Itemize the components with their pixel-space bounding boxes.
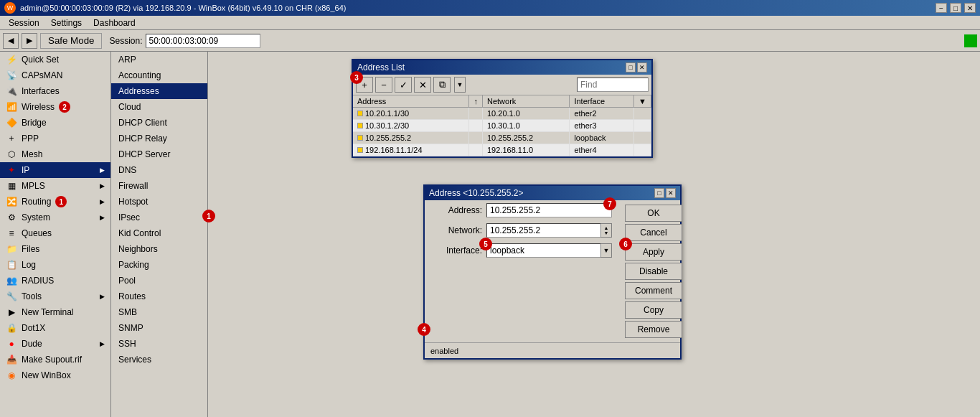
- sidebar-item-make-supout[interactable]: 📥 Make Supout.rif: [0, 352, 110, 367]
- sidebar-item-queues[interactable]: ≡ Queues: [0, 225, 110, 241]
- col-interface[interactable]: Interface: [570, 95, 634, 108]
- disable-button[interactable]: Disable: [625, 263, 682, 280]
- enable-address-button[interactable]: ✓: [395, 77, 412, 93]
- col-filter-indicator[interactable]: ▼: [634, 95, 651, 108]
- sidebar-item-log[interactable]: 📋 Log: [0, 257, 110, 273]
- copy-address-button[interactable]: ⧉: [433, 77, 451, 93]
- table-row[interactable]: 192.168.11.1/24192.168.11.0ether4: [353, 144, 651, 156]
- sidebar-item-capsman[interactable]: 📡 CAPsMAN: [0, 67, 110, 83]
- address-edit-minimize-button[interactable]: □: [654, 188, 664, 198]
- forward-button[interactable]: ▶: [22, 33, 37, 49]
- sidebar-item-ip[interactable]: ✦ IP ▶: [0, 162, 110, 178]
- disable-address-button[interactable]: ✕: [414, 77, 431, 93]
- table-row[interactable]: 10.20.1.1/3010.20.1.0ether2: [353, 108, 651, 120]
- sidebar-item-new-winbox[interactable]: ◉ New WinBox: [0, 367, 110, 383]
- table-row[interactable]: 10.255.255.210.255.255.2loopback: [353, 132, 651, 144]
- col-address[interactable]: Address: [353, 95, 469, 108]
- address-field-input[interactable]: [486, 203, 612, 217]
- sidebar-item-tools[interactable]: 🔧 Tools ▶: [0, 289, 110, 304]
- sidebar-item-system[interactable]: ⚙ System ▶: [0, 210, 110, 225]
- address-list-title-buttons[interactable]: □ ✕: [626, 62, 647, 72]
- back-button[interactable]: ◀: [3, 33, 19, 49]
- submenu-item-accounting[interactable]: Accounting: [111, 67, 207, 83]
- table-row[interactable]: 10.30.1.2/3010.30.1.0ether3: [353, 120, 651, 132]
- title-bar-buttons[interactable]: − □ ✕: [936, 3, 976, 13]
- sidebar-item-routing[interactable]: 🔀 Routing 1 ▶: [0, 194, 110, 210]
- submenu-item-services[interactable]: Services: [111, 352, 207, 367]
- submenu-item-dhcp-server[interactable]: DHCP Server: [111, 146, 207, 162]
- address-edit-title-buttons[interactable]: □ ✕: [654, 188, 676, 198]
- close-button[interactable]: ✕: [964, 3, 976, 13]
- sidebar-label-wireless: Wireless: [22, 102, 55, 112]
- connection-indicator: [964, 34, 977, 47]
- sidebar-item-dude[interactable]: ● Dude ▶: [0, 336, 110, 352]
- sidebar-label-make-supout: Make Supout.rif: [22, 355, 82, 365]
- interface-dropdown-button[interactable]: ▼: [600, 243, 612, 258]
- queues-icon: ≡: [6, 228, 17, 239]
- sidebar-item-radius[interactable]: 👥 RADIUS: [0, 273, 110, 289]
- files-icon: 📁: [6, 243, 17, 255]
- interface-dropdown-input[interactable]: [486, 243, 600, 258]
- submenu-item-arp[interactable]: ARP: [111, 52, 207, 67]
- remove-address-button[interactable]: −: [375, 77, 392, 93]
- submenu-item-dhcp-client[interactable]: DHCP Client: [111, 115, 207, 131]
- submenu-item-smb[interactable]: SMB: [111, 304, 207, 320]
- submenu-item-pool[interactable]: Pool: [111, 273, 207, 289]
- find-input[interactable]: [577, 78, 649, 92]
- menu-settings[interactable]: Settings: [45, 17, 88, 29]
- sidebar-label-queues: Queues: [22, 228, 52, 238]
- sidebar-item-wireless[interactable]: 📶 Wireless 2: [0, 99, 110, 115]
- sidebar-item-new-terminal[interactable]: ▶ New Terminal: [0, 304, 110, 320]
- sidebar-item-mpls[interactable]: ▦ MPLS ▶: [0, 178, 110, 194]
- submenu-item-packing[interactable]: Packing: [111, 257, 207, 273]
- address-edit-title: Address <10.255.255.2>: [429, 188, 523, 198]
- address-list-window: Address List □ ✕ 3 + − ✓ ✕ ⧉ ▼: [352, 59, 653, 158]
- sidebar-item-dot1x[interactable]: 🔒 Dot1X: [0, 320, 110, 336]
- maximize-button[interactable]: □: [950, 3, 961, 13]
- sidebar-item-mesh[interactable]: ⬡ Mesh: [0, 146, 110, 162]
- network-field-input[interactable]: [486, 223, 600, 238]
- apply-button[interactable]: Apply: [625, 243, 682, 261]
- submenu-item-hotspot[interactable]: Hotspot: [111, 194, 207, 210]
- menu-session[interactable]: Session: [3, 17, 45, 29]
- comment-button[interactable]: Comment: [625, 282, 682, 299]
- submenu-item-dhcp-relay[interactable]: DHCP Relay: [111, 131, 207, 146]
- submenu-item-routes[interactable]: Routes: [111, 289, 207, 304]
- minimize-button[interactable]: −: [936, 3, 947, 13]
- address-list-minimize-button[interactable]: □: [626, 62, 636, 72]
- badge-1: 1: [202, 210, 215, 222]
- submenu-item-neighbors[interactable]: Neighbors: [111, 241, 207, 257]
- sidebar-item-interfaces[interactable]: 🔌 Interfaces: [0, 83, 110, 99]
- filter-button[interactable]: ▼: [454, 77, 466, 93]
- remove-button[interactable]: Remove: [625, 321, 682, 338]
- sidebar-label-tools: Tools: [22, 291, 42, 301]
- submenu-item-kid-control[interactable]: Kid Control: [111, 225, 207, 241]
- network-cell: 192.168.11.0: [482, 144, 569, 156]
- submenu-item-cloud[interactable]: Cloud: [111, 99, 207, 115]
- copy-button[interactable]: Copy: [625, 301, 682, 319]
- address-edit-close-button[interactable]: ✕: [666, 188, 676, 198]
- submenu-item-snmp[interactable]: SNMP: [111, 320, 207, 336]
- submenu-item-firewall[interactable]: Firewall: [111, 178, 207, 194]
- submenu-item-dns[interactable]: DNS: [111, 162, 207, 178]
- sidebar-item-bridge[interactable]: 🔶 Bridge: [0, 115, 110, 131]
- submenu-item-addresses[interactable]: Addresses: [111, 83, 207, 99]
- network-spinner[interactable]: ▲ ▼: [600, 223, 612, 238]
- ok-button[interactable]: OK: [625, 205, 682, 222]
- menu-dashboard[interactable]: Dashboard: [88, 17, 141, 29]
- submenu-item-ssh[interactable]: SSH: [111, 336, 207, 352]
- session-input[interactable]: [146, 34, 260, 48]
- col-network[interactable]: Network: [482, 95, 569, 108]
- sidebar-item-files[interactable]: 📁 Files: [0, 241, 110, 257]
- safe-mode-button[interactable]: Safe Mode: [40, 33, 102, 49]
- interface-cell: ether2: [570, 108, 634, 120]
- address-list-close-button[interactable]: ✕: [637, 62, 647, 72]
- submenu-label-pool: Pool: [118, 276, 136, 286]
- sidebar-item-quick-set[interactable]: ⚡ Quick Set: [0, 52, 110, 67]
- cancel-button[interactable]: Cancel: [625, 224, 682, 241]
- sidebar-item-ppp[interactable]: + PPP: [0, 131, 110, 146]
- badge-3: 3: [350, 71, 363, 84]
- submenu-label-neighbors: Neighbors: [118, 244, 158, 254]
- address-row: Address: 7: [425, 200, 619, 220]
- submenu-item-ipsec[interactable]: IPsec: [111, 210, 207, 225]
